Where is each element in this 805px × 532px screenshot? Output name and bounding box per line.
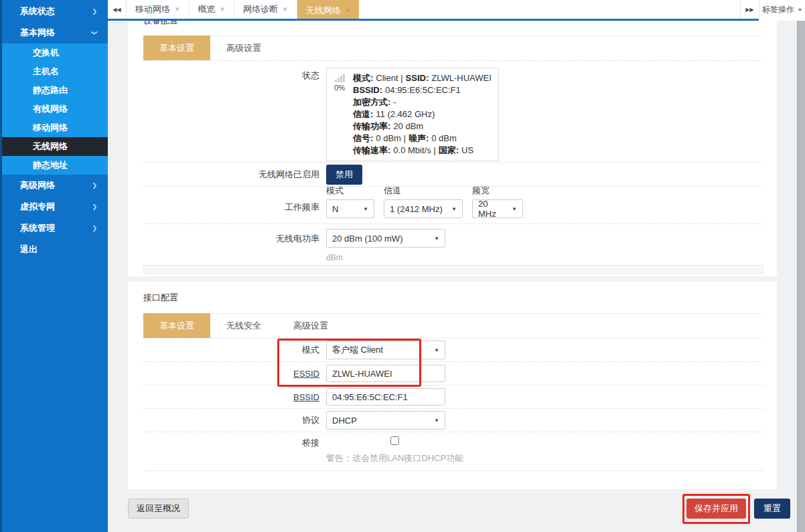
tab-overview[interactable]: 概览 ✕: [190, 0, 235, 19]
open-tabs: 移动网络 ✕ 概览 ✕ 网络诊断 ✕ 无线网络 ✕: [127, 0, 359, 21]
mode-select[interactable]: 客户端 Client ▼: [326, 341, 445, 359]
sidebar-item-system-management[interactable]: 系统管理 ❯: [2, 217, 108, 239]
sidebar-item-label: 基本网络: [20, 27, 55, 39]
bridge-checkbox[interactable]: [326, 436, 463, 445]
sidebar-item-basic-network[interactable]: 基本网络 ❯: [2, 22, 108, 43]
chevron-down-icon: ❯: [91, 30, 98, 35]
chevron-right-icon: ❯: [92, 203, 97, 210]
caret-down-icon: ▼: [434, 347, 439, 353]
sidebar-item-label: 虚拟专网: [20, 201, 55, 213]
caret-down-icon: ▼: [434, 418, 439, 424]
interface-config-tabs: 基本设置 无线安全 高级设置: [143, 313, 763, 338]
freq-channel-select[interactable]: 1 (2412 MHz) ▼: [384, 199, 463, 218]
freq-mode-label: 模式: [326, 185, 374, 197]
back-to-overview-button[interactable]: 返回至概况: [128, 499, 189, 519]
chevron-right-icon: ❯: [92, 182, 97, 189]
protocol-label: 协议: [143, 414, 326, 426]
tab-wireless-security[interactable]: 无线安全: [210, 314, 277, 338]
sidebar-item-static-route[interactable]: 静态路由: [2, 81, 108, 100]
close-icon[interactable]: ✕: [283, 6, 288, 13]
double-left-arrow-icon: ◀◀: [113, 7, 121, 13]
interface-config-form: 模式 客户端 Client ▼ ESSID BSSID 协议 DHCP ▼: [143, 338, 763, 470]
bridge-warning: 警告：这会禁用LAN接口DHCP功能: [326, 452, 463, 464]
status-line: BSSID:04:95:E6:5C:EC:F1: [353, 84, 492, 96]
protocol-row: 协议 DHCP ▼: [143, 408, 763, 432]
status-line: 传输速率:0.0 Mbit/s |国家:US: [353, 145, 492, 157]
essid-label[interactable]: ESSID: [143, 369, 326, 379]
sidebar-item-wireless-network[interactable]: 无线网络: [2, 137, 108, 156]
freq-channel-label: 信道: [384, 185, 463, 197]
caret-down-icon: ▼: [434, 236, 439, 242]
tab-label: 移动网络: [135, 3, 170, 15]
caret-down-icon: ▼: [451, 206, 457, 212]
disable-button[interactable]: 禁用: [326, 165, 362, 185]
sidebar-item-logout[interactable]: 退出: [2, 239, 108, 260]
sidebar-submenu: 交换机 主机名 静态路由 有线网络 移动网络 无线网络 静态地址: [2, 43, 108, 175]
close-icon[interactable]: ✕: [175, 6, 180, 13]
essid-input[interactable]: [326, 365, 445, 382]
bssid-label[interactable]: BSSID: [143, 392, 326, 402]
sidebar-item-label: 系统管理: [20, 222, 55, 234]
close-icon[interactable]: ✕: [346, 7, 351, 14]
sidebar-item-switch[interactable]: 交换机: [2, 43, 108, 62]
sidebar-item-label: 交换机: [33, 47, 59, 59]
operating-frequency-label: 工作频率: [143, 201, 326, 218]
bridge-label: 桥接: [143, 436, 326, 449]
main-content: 设备配置 基本设置 高级设置 状态 0% 模式:Client |SSID:ZLW…: [108, 21, 797, 532]
sidebar-item-label: 主机名: [33, 66, 59, 78]
sidebar-item-hostname[interactable]: 主机名: [2, 62, 108, 81]
wireless-status-box: 0% 模式:Client |SSID:ZLWL-HUAWEI BSSID:04:…: [326, 68, 499, 161]
status-row: 状态 0% 模式:Client |SSID:ZLWL-HUAWEI BSSID:…: [143, 60, 763, 162]
tab-operations-dropdown[interactable]: 标签操作 ▼: [759, 0, 805, 19]
tab-label: 无线网络: [306, 5, 341, 17]
bssid-input[interactable]: [326, 388, 445, 406]
sidebar-item-label: 无线网络: [33, 141, 68, 153]
scroll-tabs-right-button[interactable]: ▶▶: [740, 0, 759, 19]
radio-power-row: 无线电功率 20 dBm (100 mW) ▼ dBm: [143, 224, 763, 265]
tab-operations-label: 标签操作: [762, 4, 794, 15]
form-footer-strip: [143, 265, 763, 274]
sidebar-item-label: 静态路由: [33, 84, 68, 96]
device-config-tabs: 基本设置 高级设置: [143, 35, 763, 60]
sidebar-item-label: 系统状态: [20, 5, 55, 17]
sidebar-item-static-address[interactable]: 静态地址: [2, 156, 108, 175]
close-icon[interactable]: ✕: [220, 6, 226, 13]
sidebar-item-label: 退出: [20, 244, 38, 256]
save-and-apply-button[interactable]: 保存并应用: [686, 499, 746, 519]
scroll-tabs-left-button[interactable]: ◀◀: [108, 0, 127, 19]
freq-mode-select[interactable]: N ▼: [326, 199, 374, 218]
tab-basic-settings[interactable]: 基本设置: [143, 35, 210, 60]
tab-mobile-network[interactable]: 移动网络 ✕: [127, 0, 190, 19]
tab-network-diagnostics[interactable]: 网络诊断 ✕: [234, 0, 297, 19]
status-line: 信号:0 dBm |噪声:0 dBm: [353, 132, 492, 145]
caret-down-icon: ▼: [798, 7, 802, 12]
radio-power-select[interactable]: 20 dBm (100 mW) ▼: [326, 229, 445, 248]
sidebar-item-mobile-network[interactable]: 移动网络: [2, 118, 108, 137]
status-label: 状态: [143, 68, 326, 82]
essid-row: ESSID: [143, 361, 763, 385]
wireless-enabled-label: 无线网络已启用: [143, 169, 326, 181]
double-right-arrow-icon: ▶▶: [745, 7, 753, 13]
form-end-line: [143, 470, 763, 471]
tab-advanced-settings[interactable]: 高级设置: [277, 314, 344, 338]
device-config-form: 状态 0% 模式:Client |SSID:ZLWL-HUAWEI BSSID:…: [143, 60, 763, 265]
protocol-select[interactable]: DHCP ▼: [326, 411, 445, 430]
freq-width-select[interactable]: 20 MHz ▼: [472, 199, 523, 218]
reset-button[interactable]: 重置: [754, 499, 790, 519]
tab-advanced-settings[interactable]: 高级设置: [210, 36, 277, 60]
tab-wireless-network[interactable]: 无线网络 ✕: [297, 0, 360, 21]
signal-percent: 0%: [334, 84, 345, 92]
vertical-scrollbar[interactable]: [797, 21, 805, 532]
sidebar-item-wired-network[interactable]: 有线网络: [2, 100, 108, 118]
status-details: 模式:Client |SSID:ZLWL-HUAWEI BSSID:04:95:…: [353, 72, 492, 157]
sidebar-item-label: 有线网络: [33, 103, 68, 115]
sidebar-item-vpn[interactable]: 虚拟专网 ❯: [2, 196, 108, 217]
chevron-right-icon: ❯: [92, 225, 97, 232]
sidebar: 系统状态 ❯ 基本网络 ❯ 交换机 主机名 静态路由 有线网络 移动网络 无线网…: [0, 0, 108, 532]
tab-basic-settings[interactable]: 基本设置: [143, 313, 210, 338]
radio-power-unit: dBm: [326, 253, 445, 262]
sidebar-item-label: 移动网络: [33, 122, 68, 134]
sidebar-item-system-status[interactable]: 系统状态 ❯: [2, 1, 108, 22]
caret-down-icon: ▼: [363, 206, 368, 212]
sidebar-item-advanced-network[interactable]: 高级网络 ❯: [2, 175, 108, 196]
